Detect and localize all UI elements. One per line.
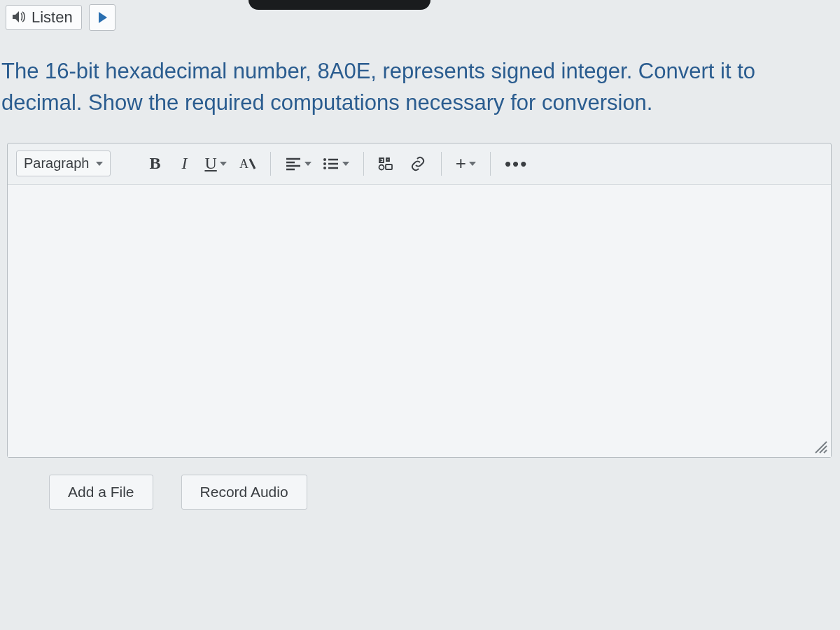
align-button[interactable]	[281, 150, 316, 177]
more-tools-button[interactable]: •••	[500, 150, 532, 177]
svg-text:A: A	[239, 157, 248, 171]
attachment-actions: Add a File Record Audio	[0, 458, 840, 510]
insert-plus-button[interactable]: +	[451, 150, 480, 177]
toolbar-separator	[363, 152, 364, 176]
bold-button[interactable]: B	[141, 150, 168, 177]
rich-text-editor: Paragraph B I U A	[7, 143, 832, 458]
text-color-icon: A	[238, 155, 256, 172]
insert-media-button[interactable]	[374, 150, 402, 177]
svg-point-1	[323, 158, 326, 161]
toolbar-separator	[490, 152, 491, 176]
resize-handle[interactable]	[813, 439, 828, 454]
chevron-down-icon	[96, 162, 103, 166]
text-color-button[interactable]: A	[234, 150, 260, 177]
toolbar-separator	[270, 152, 271, 176]
insert-media-icon	[378, 156, 398, 172]
italic-glyph: I	[181, 154, 187, 173]
add-file-button[interactable]: Add a File	[49, 475, 153, 510]
play-icon	[99, 12, 107, 23]
link-icon	[410, 156, 426, 172]
speaker-icon	[12, 10, 26, 25]
italic-button[interactable]: I	[171, 150, 197, 177]
add-file-label: Add a File	[68, 484, 134, 500]
toolbar-separator	[441, 152, 442, 176]
insert-link-button[interactable]	[405, 150, 431, 177]
chevron-down-icon	[342, 162, 349, 166]
question-text: The 16-bit hexadecimal number, 8A0E, rep…	[0, 38, 840, 143]
svg-point-3	[323, 167, 326, 169]
paragraph-format-select[interactable]: Paragraph	[16, 150, 111, 176]
bullet-list-icon	[323, 157, 340, 171]
play-button[interactable]	[89, 4, 115, 31]
underline-button[interactable]: U	[200, 150, 230, 177]
record-audio-button[interactable]: Record Audio	[181, 475, 307, 510]
bold-glyph: B	[149, 154, 160, 173]
editor-toolbar: Paragraph B I U A	[8, 144, 831, 184]
list-button[interactable]	[318, 150, 354, 177]
editor-textarea[interactable]	[8, 184, 831, 457]
listen-label: Listen	[31, 8, 73, 27]
format-select-label: Paragraph	[24, 155, 89, 172]
record-audio-label: Record Audio	[200, 484, 288, 500]
underline-glyph: U	[204, 154, 216, 173]
svg-point-4	[379, 164, 384, 169]
chevron-down-icon	[304, 162, 312, 166]
svg-point-2	[323, 162, 326, 165]
align-left-icon	[285, 157, 302, 171]
plus-icon: +	[456, 153, 466, 174]
svg-rect-5	[386, 164, 392, 169]
chevron-down-icon	[469, 162, 476, 166]
chevron-down-icon	[220, 162, 227, 166]
listen-button[interactable]: Listen	[6, 5, 82, 30]
redacted-header-region	[248, 0, 430, 10]
